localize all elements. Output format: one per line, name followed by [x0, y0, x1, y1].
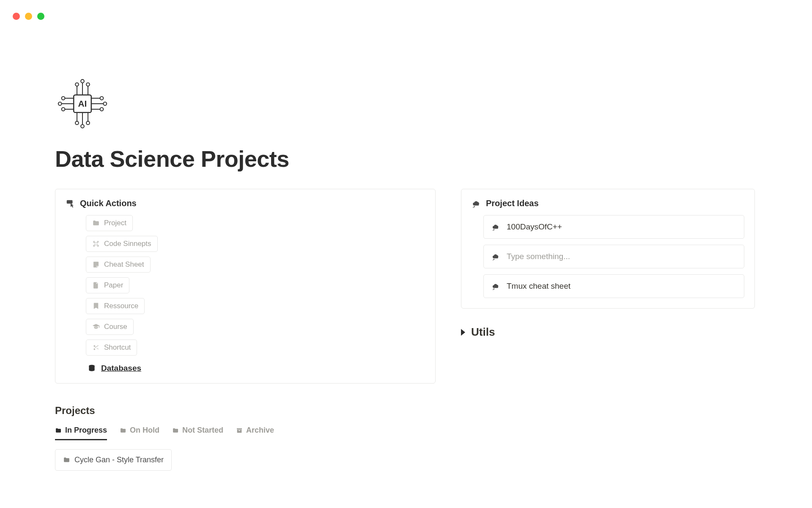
svg-point-35: [493, 290, 494, 290]
svg-point-3: [75, 83, 79, 86]
svg-rect-26: [67, 200, 73, 203]
svg-text:AI: AI: [78, 99, 87, 108]
page-title: Data Science Projects: [55, 146, 757, 172]
svg-point-31: [493, 230, 494, 231]
folder-icon: [120, 427, 126, 434]
svg-point-5: [81, 80, 84, 83]
quick-action-course[interactable]: Course: [86, 319, 134, 335]
note-icon: [92, 261, 100, 268]
folder-icon: [92, 219, 100, 227]
ai-chip-icon: AI: [55, 76, 110, 131]
svg-point-7: [86, 83, 90, 86]
tab-label: Not Started: [182, 426, 223, 435]
svg-point-25: [100, 108, 104, 111]
svg-point-23: [103, 102, 107, 105]
project-idea-item[interactable]: Tmux cheat sheet: [483, 274, 744, 298]
svg-point-17: [58, 102, 62, 105]
close-window-button[interactable]: [13, 13, 20, 20]
tab-label: On Hold: [130, 426, 159, 435]
project-ideas-card: Project Ideas 100DaysOfC++ Type somethin…: [461, 189, 755, 309]
tab-on-hold[interactable]: On Hold: [120, 426, 159, 440]
folder-icon: [55, 427, 62, 434]
document-icon: [92, 282, 100, 289]
tab-in-progress[interactable]: In Progress: [55, 426, 107, 440]
tab-label: In Progress: [65, 426, 107, 435]
quick-action-label: Project: [104, 219, 126, 227]
maximize-window-button[interactable]: [37, 13, 44, 20]
svg-point-29: [473, 207, 474, 208]
svg-point-30: [494, 229, 495, 230]
utils-title: Utils: [471, 326, 495, 339]
thought-cloud-icon: [491, 252, 500, 261]
quick-action-paper[interactable]: Paper: [86, 277, 129, 293]
svg-point-19: [62, 108, 65, 111]
quick-action-label: Cheat Sheet: [104, 260, 144, 269]
thought-cloud-icon: [491, 223, 500, 231]
database-icon: [88, 364, 96, 373]
quick-action-cheat-sheet[interactable]: Cheat Sheet: [86, 257, 151, 273]
utils-toggle[interactable]: Utils: [461, 326, 755, 339]
svg-point-15: [62, 97, 65, 100]
minimize-window-button[interactable]: [25, 13, 32, 20]
quick-action-label: Code Sinnepts: [104, 240, 151, 248]
thought-cloud-icon: [472, 199, 481, 208]
svg-point-34: [494, 288, 495, 290]
svg-point-28: [474, 206, 475, 207]
tab-not-started[interactable]: Not Started: [172, 426, 223, 440]
command-icon: [92, 240, 100, 248]
projects-section: Projects In Progress On Hold Not Started…: [55, 405, 757, 471]
project-idea-item[interactable]: Type something...: [483, 245, 744, 268]
quick-action-shortcut[interactable]: Shortcut: [86, 340, 137, 356]
quick-action-project[interactable]: Project: [86, 215, 133, 231]
quick-action-code-sinnepts[interactable]: Code Sinnepts: [86, 236, 158, 252]
quick-action-label: Course: [104, 323, 127, 331]
svg-point-11: [81, 124, 84, 128]
tab-label: Archive: [246, 426, 274, 435]
quick-action-ressource[interactable]: Ressource: [86, 298, 145, 314]
svg-point-21: [100, 97, 104, 100]
graduation-icon: [92, 323, 100, 331]
thought-cloud-icon: [491, 282, 500, 290]
projects-tabs: In Progress On Hold Not Started Archive: [55, 426, 757, 441]
databases-link[interactable]: Databases: [86, 364, 425, 373]
svg-point-9: [75, 121, 79, 125]
quick-actions-card: Quick Actions Project Code Sinnepts Chea…: [55, 189, 436, 384]
projects-title: Projects: [55, 405, 757, 417]
databases-label: Databases: [101, 364, 141, 373]
svg-point-32: [494, 259, 495, 260]
scissors-icon: [92, 344, 100, 351]
svg-point-13: [86, 121, 90, 125]
idea-label: Tmux cheat sheet: [507, 282, 571, 291]
quick-actions-title: Quick Actions: [80, 199, 137, 208]
project-ideas-title: Project Ideas: [486, 199, 539, 208]
idea-label: 100DaysOfC++: [507, 222, 562, 232]
project-card-label: Cycle Gan - Style Transfer: [74, 456, 164, 464]
project-idea-item[interactable]: 100DaysOfC++: [483, 215, 744, 239]
project-card[interactable]: Cycle Gan - Style Transfer: [55, 449, 172, 471]
bookmark-icon: [92, 302, 100, 310]
archive-icon: [236, 427, 243, 434]
quick-action-label: Ressource: [104, 302, 138, 310]
caret-right-icon: [461, 329, 465, 336]
folder-icon: [172, 427, 179, 434]
quick-action-label: Paper: [104, 281, 123, 290]
folder-icon: [63, 456, 70, 464]
tab-archive[interactable]: Archive: [236, 426, 274, 440]
svg-point-33: [493, 260, 494, 261]
window-controls: [13, 13, 44, 20]
page-icon[interactable]: AI: [55, 76, 757, 133]
click-pointer-icon: [66, 199, 75, 208]
quick-action-label: Shortcut: [104, 343, 131, 352]
idea-label: Type something...: [507, 252, 570, 261]
